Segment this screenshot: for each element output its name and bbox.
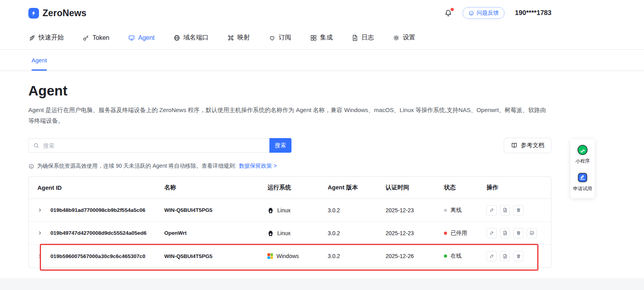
account-phone[interactable]: 190****1783	[515, 9, 551, 17]
side-panel-label: 小程序	[575, 158, 590, 165]
agent-name: OpenWrt	[164, 230, 267, 236]
nav-item-mapping[interactable]: 映射	[227, 34, 250, 42]
search-box	[28, 138, 269, 153]
side-panel-label: 申请试用	[573, 185, 592, 192]
book-icon	[511, 142, 518, 149]
logo[interactable]: ZeroNews	[28, 8, 87, 19]
table-row: 019b596007567000a30c9c6c465307c0WIN-Q5BU…	[29, 245, 551, 268]
column-header: 名称	[164, 184, 267, 191]
edit-button[interactable]	[486, 251, 497, 261]
agent-version: 3.0.2	[328, 230, 386, 236]
nav-item-agent[interactable]: Agent	[128, 34, 155, 41]
agent-version: 3.0.2	[328, 253, 386, 259]
edit-button[interactable]	[486, 205, 497, 215]
side-panel-item-trial[interactable]: 申请试用	[573, 172, 592, 192]
search-row: 搜索 参考文档	[28, 138, 551, 153]
page-description: Agent 是运行在用户电脑、服务器及终端设备上的 ZeroNews 程序，默认…	[28, 105, 551, 126]
row-expand-button[interactable]	[37, 253, 45, 260]
docs-button[interactable]: 参考文档	[504, 138, 551, 153]
nav-item-label: 映射	[238, 34, 250, 42]
feedback-label: 问题反馈	[477, 9, 499, 17]
row-expand-button[interactable]	[37, 230, 45, 237]
linux-icon	[267, 230, 274, 236]
floating-side-panel: 小程序申请试用	[570, 139, 595, 198]
trial-icon	[577, 172, 588, 183]
globe-icon	[173, 34, 180, 41]
agent-id-cell: 019b596007567000a30c9c6c465307c0	[37, 253, 164, 260]
tab-agent[interactable]: Agent	[32, 50, 47, 71]
edit-button[interactable]	[486, 228, 497, 238]
agent-id: 019b48b91ad7700098cb9b2f554a5c06	[50, 207, 145, 213]
content-area: Agent Agent 是运行在用户电脑、服务器及终端设备上的 ZeroNews…	[28, 83, 551, 268]
notification-bell-icon[interactable]	[444, 9, 452, 17]
auth-time: 2025-12-23	[386, 207, 444, 213]
retention-notice: 为确保系统资源高效使用，连续 90 天未活跃的 Agent 将自动移除。查看详细…	[28, 163, 551, 170]
os-label: Windows	[277, 253, 299, 259]
nav-item-logs[interactable]: 日志	[351, 34, 374, 42]
status-dot	[444, 232, 447, 235]
top-bar: ZeroNews 问题反馈 190****1783	[0, 0, 644, 26]
nav-item-label: 快速开始	[39, 34, 64, 42]
actions-cell	[486, 205, 542, 215]
gear-icon	[393, 34, 400, 41]
agent-version: 3.0.2	[328, 207, 386, 213]
os-cell: Windows	[267, 253, 328, 259]
auth-time: 2025-12-23	[386, 230, 444, 236]
status-cell: 在线	[444, 253, 486, 260]
log-button[interactable]	[500, 251, 510, 261]
page-title: Agent	[28, 83, 551, 99]
os-label: Linux	[277, 230, 290, 236]
column-header: 操作	[486, 184, 542, 191]
file-icon	[351, 34, 358, 41]
miniprogram-icon	[577, 145, 588, 155]
nav-item-integration[interactable]: 集成	[310, 34, 333, 42]
monitor-icon	[128, 34, 135, 41]
delete-button[interactable]	[513, 228, 523, 238]
search-input[interactable]	[43, 142, 265, 149]
status-cell: 已停用	[444, 230, 486, 237]
nav-item-label: Token	[93, 34, 109, 41]
logo-bolt-icon	[28, 8, 39, 19]
agent-table: Agent ID名称运行系统Agent 版本认证时间状态操作 019b48b91…	[28, 176, 551, 268]
sub-nav: Agent	[0, 50, 644, 71]
linux-icon	[267, 207, 274, 213]
smiley-icon	[468, 10, 474, 16]
search-button[interactable]: 搜索	[269, 138, 291, 153]
nav-item-domain-port[interactable]: 域名端口	[173, 34, 209, 42]
actions-cell	[486, 228, 542, 238]
delete-button[interactable]	[513, 205, 523, 215]
nav-item-label: 设置	[403, 34, 416, 42]
os-cell: Linux	[267, 207, 328, 213]
docs-button-label: 参考文档	[521, 142, 544, 149]
log-button[interactable]	[500, 228, 510, 238]
retention-policy-link[interactable]: 数据保留政策 >	[239, 163, 277, 170]
nav-item-settings[interactable]: 设置	[393, 34, 416, 42]
logo-text: ZeroNews	[43, 8, 87, 19]
nav-item-label: 集成	[320, 34, 333, 42]
nav-item-token[interactable]: Token	[82, 34, 109, 41]
actions-cell	[486, 251, 542, 261]
config-button[interactable]	[527, 228, 537, 238]
info-icon	[28, 163, 34, 169]
agent-id: 019b596007567000a30c9c6c465307c0	[50, 253, 145, 259]
os-label: Linux	[277, 207, 290, 213]
status-cell: 离线	[444, 207, 486, 214]
status-badge: 离线	[451, 207, 462, 214]
table-row: 019b48b91ad7700098cb9b2f554a5c06WIN-Q5BU…	[29, 199, 551, 222]
side-panel-item-miniprogram[interactable]: 小程序	[575, 145, 590, 165]
status-badge: 已停用	[451, 230, 467, 237]
key-icon	[82, 34, 89, 41]
status-dot	[444, 209, 447, 212]
nav-item-label: 日志	[362, 34, 374, 42]
notification-badge	[451, 8, 454, 11]
feedback-button[interactable]: 问题反馈	[462, 7, 505, 19]
grid-icon	[310, 34, 317, 41]
nav-item-subscription[interactable]: 订阅	[269, 34, 291, 42]
retention-notice-text: 为确保系统资源高效使用，连续 90 天未活跃的 Agent 将自动移除。查看详细…	[37, 163, 236, 170]
agent-id: 019b49747d4270008d9dc55524a05ed6	[50, 230, 147, 236]
nav-item-quickstart[interactable]: 快速开始	[28, 34, 64, 42]
delete-button[interactable]	[513, 251, 523, 261]
footer-strip	[0, 278, 644, 290]
row-expand-button[interactable]	[37, 207, 45, 214]
log-button[interactable]	[500, 205, 510, 215]
